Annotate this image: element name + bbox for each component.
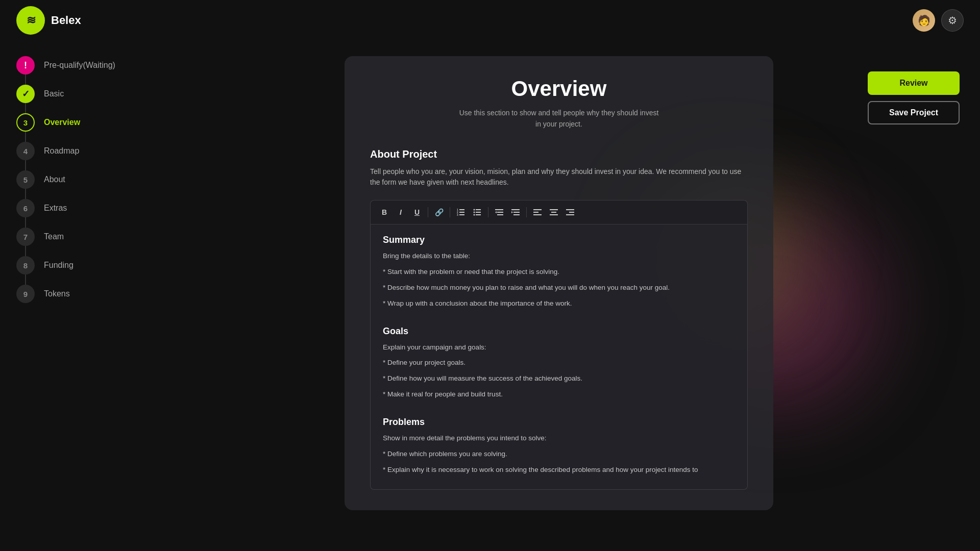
goals-line-3: * Define how you will measure the succes… bbox=[383, 373, 727, 385]
sidebar-item-extras[interactable]: 6 Extras bbox=[0, 194, 148, 222]
sidebar: ! Pre-qualify(Waiting) ✓ Basic 3 Overvie… bbox=[0, 41, 148, 551]
logo-container: ≋ Belex bbox=[16, 6, 81, 35]
svg-rect-13 bbox=[497, 212, 503, 213]
summary-line-2: * Start with the problem or need that th… bbox=[383, 266, 727, 278]
main-content: Overview Use this section to show and te… bbox=[148, 41, 980, 551]
review-button[interactable]: Review bbox=[868, 71, 960, 95]
svg-rect-26 bbox=[566, 209, 574, 210]
toolbar-ordered-list-button[interactable]: 123 bbox=[453, 205, 469, 220]
toolbar-align-left-button[interactable] bbox=[530, 205, 545, 220]
svg-point-6 bbox=[474, 209, 475, 210]
content-panel: Overview Use this section to show and te… bbox=[345, 56, 773, 510]
summary-line-4: * Wrap up with a conclusion about the im… bbox=[383, 298, 727, 310]
toolbar-underline-button[interactable]: U bbox=[409, 205, 425, 220]
svg-rect-24 bbox=[551, 212, 556, 213]
page-title: Overview bbox=[370, 77, 748, 101]
sidebar-item-label: Pre-qualify(Waiting) bbox=[44, 61, 115, 70]
svg-rect-17 bbox=[513, 212, 520, 213]
toolbar-separator-1 bbox=[428, 207, 428, 217]
svg-rect-22 bbox=[533, 214, 542, 215]
about-project-desc: Tell people who you are, your vision, mi… bbox=[370, 166, 748, 188]
sidebar-item-team[interactable]: 7 Team bbox=[0, 222, 148, 251]
toolbar-unordered-list-button[interactable] bbox=[470, 205, 485, 220]
avatar[interactable]: 🧑 bbox=[913, 9, 935, 32]
toolbar-align-right-button[interactable] bbox=[562, 205, 578, 220]
app-name: Belex bbox=[51, 14, 81, 27]
toolbar-align-center-button[interactable] bbox=[546, 205, 561, 220]
svg-rect-27 bbox=[569, 212, 574, 213]
sidebar-item-tokens[interactable]: 9 Tokens bbox=[0, 280, 148, 308]
section-gap-2 bbox=[383, 405, 727, 417]
goals-line-1: Explain your campaign and goals: bbox=[383, 342, 727, 354]
about-project-heading: About Project bbox=[370, 148, 748, 160]
toolbar-link-button[interactable]: 🔗 bbox=[431, 205, 447, 220]
goals-line-4: * Make it real for people and build trus… bbox=[383, 389, 727, 400]
svg-marker-19 bbox=[511, 211, 513, 213]
editor-section-goals: Goals Explain your campaign and goals: *… bbox=[383, 326, 727, 401]
toolbar-bold-button[interactable]: B bbox=[377, 205, 392, 220]
step-indicator-funding: 8 bbox=[16, 256, 35, 274]
svg-rect-12 bbox=[495, 209, 503, 210]
toolbar-outdent-button[interactable] bbox=[492, 205, 507, 220]
svg-text:3: 3 bbox=[457, 213, 458, 216]
step-indicator-overview: 3 bbox=[16, 113, 35, 132]
svg-rect-2 bbox=[459, 214, 464, 215]
subtitle-line2: in your project. bbox=[535, 120, 582, 128]
subtitle-line1: Use this section to show and tell people… bbox=[459, 109, 659, 117]
sidebar-item-basic[interactable]: ✓ Basic bbox=[0, 80, 148, 108]
svg-rect-9 bbox=[476, 212, 481, 213]
header-right: 🧑 ⚙ bbox=[913, 9, 964, 32]
step-indicator-prequalify: ! bbox=[16, 56, 35, 74]
save-project-button[interactable]: Save Project bbox=[868, 101, 960, 124]
gear-icon: ⚙ bbox=[948, 14, 957, 27]
section-gap-1 bbox=[383, 314, 727, 326]
svg-rect-7 bbox=[476, 209, 481, 210]
sidebar-item-label: Team bbox=[44, 232, 64, 241]
step-indicator-team: 7 bbox=[16, 228, 35, 246]
editor-content[interactable]: Summary Bring the details to the table: … bbox=[383, 235, 735, 479]
svg-rect-20 bbox=[533, 209, 542, 210]
logo-icon: ≋ bbox=[16, 6, 45, 35]
toolbar-separator-2 bbox=[450, 207, 450, 217]
sidebar-item-label: About bbox=[44, 175, 65, 184]
svg-rect-25 bbox=[550, 214, 558, 215]
svg-rect-21 bbox=[533, 212, 538, 213]
svg-rect-14 bbox=[497, 214, 503, 215]
sidebar-item-funding[interactable]: 8 Funding bbox=[0, 251, 148, 280]
step-indicator-roadmap: 4 bbox=[16, 142, 35, 160]
right-buttons: Review Save Project bbox=[868, 71, 960, 124]
sidebar-item-about[interactable]: 5 About bbox=[0, 165, 148, 194]
summary-line-1: Bring the details to the table: bbox=[383, 251, 727, 262]
toolbar-separator-3 bbox=[488, 207, 488, 217]
problems-line-3: * Explain why it is necessary to work on… bbox=[383, 464, 727, 479]
toolbar-indent-button[interactable] bbox=[508, 205, 523, 220]
svg-rect-0 bbox=[459, 209, 464, 210]
step-indicator-extras: 6 bbox=[16, 199, 35, 217]
svg-rect-18 bbox=[513, 214, 520, 215]
step-indicator-tokens: 9 bbox=[16, 285, 35, 303]
toolbar-separator-4 bbox=[526, 207, 527, 217]
svg-rect-16 bbox=[511, 209, 520, 210]
svg-rect-28 bbox=[566, 214, 574, 215]
editor-area[interactable]: Summary Bring the details to the table: … bbox=[370, 224, 748, 490]
settings-button[interactable]: ⚙ bbox=[941, 9, 964, 32]
sidebar-item-overview[interactable]: 3 Overview bbox=[0, 108, 148, 137]
svg-point-8 bbox=[474, 211, 475, 213]
page-subtitle: Use this section to show and tell people… bbox=[370, 107, 748, 130]
sidebar-item-label: Roadmap bbox=[44, 146, 79, 156]
sidebar-item-label: Funding bbox=[44, 261, 74, 270]
editor-section-summary: Summary Bring the details to the table: … bbox=[383, 235, 727, 310]
sidebar-item-prequalify[interactable]: ! Pre-qualify(Waiting) bbox=[0, 51, 148, 80]
sidebar-item-label: Extras bbox=[44, 204, 67, 213]
problems-heading: Problems bbox=[383, 417, 727, 428]
sidebar-item-label: Basic bbox=[44, 89, 64, 98]
sidebar-item-label: Overview bbox=[44, 118, 80, 127]
svg-rect-11 bbox=[476, 214, 481, 215]
app-header: ≋ Belex 🧑 ⚙ bbox=[0, 0, 980, 41]
svg-point-10 bbox=[474, 214, 475, 215]
sidebar-item-roadmap[interactable]: 4 Roadmap bbox=[0, 137, 148, 165]
svg-rect-23 bbox=[550, 209, 558, 210]
toolbar-italic-button[interactable]: I bbox=[393, 205, 408, 220]
summary-line-3: * Describe how much money you plan to ra… bbox=[383, 282, 727, 294]
step-indicator-about: 5 bbox=[16, 170, 35, 189]
